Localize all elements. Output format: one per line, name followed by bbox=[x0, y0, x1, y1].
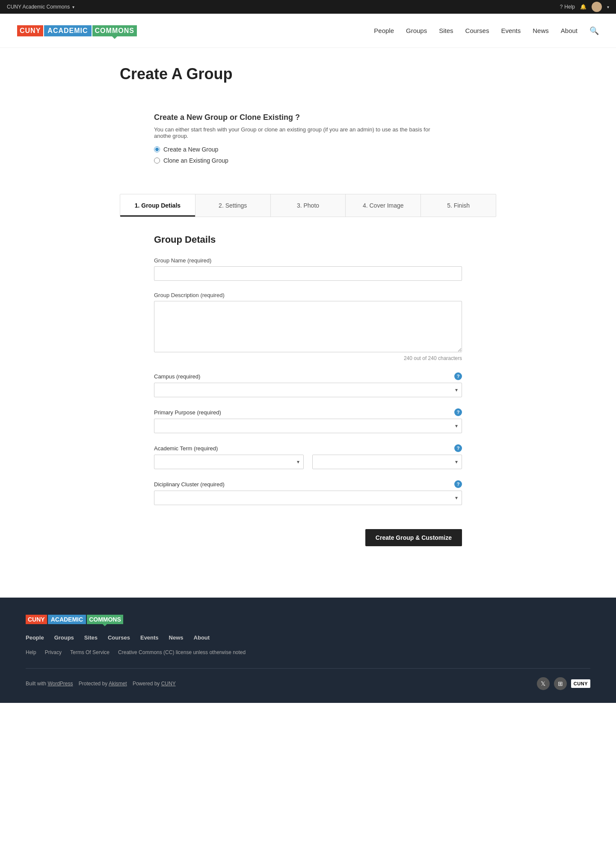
admin-bar: CUNY Academic Commons ▾ ? Help 🔔 ▾ bbox=[0, 0, 616, 14]
create-new-radio[interactable] bbox=[154, 146, 160, 152]
form-section: Group Details Group Name (required) Grou… bbox=[120, 234, 496, 505]
academic-term-semester-wrapper: ▾ bbox=[154, 455, 304, 469]
group-description-textarea[interactable] bbox=[154, 301, 462, 352]
site-logo[interactable]: CUNY ACADEMIC COMMONS bbox=[17, 25, 137, 36]
clone-existing-option[interactable]: Clone an Existing Group bbox=[154, 157, 496, 164]
nav-courses[interactable]: Courses bbox=[465, 27, 489, 34]
footer-logo-commons: COMMONS bbox=[87, 615, 123, 624]
logo-container[interactable]: CUNY ACADEMIC COMMONS bbox=[17, 25, 137, 36]
group-description-label: Group Description (required) bbox=[154, 292, 225, 298]
page-content: Create A Group Create a New Group or Clo… bbox=[111, 48, 505, 572]
cuny-link[interactable]: CUNY bbox=[161, 681, 176, 687]
akismet-link[interactable]: Akismet bbox=[109, 681, 127, 687]
create-new-label: Create a New Group bbox=[163, 146, 218, 153]
footer-nav-groups[interactable]: Groups bbox=[54, 634, 74, 641]
academic-term-label: Academic Term (required) bbox=[154, 445, 218, 452]
nav-news[interactable]: News bbox=[533, 27, 549, 34]
footer-nav-people[interactable]: People bbox=[26, 634, 44, 641]
tab-finish[interactable]: 5. Finish bbox=[421, 194, 496, 217]
wordpress-link[interactable]: WordPress bbox=[47, 681, 73, 687]
disciplinary-cluster-select[interactable] bbox=[154, 491, 462, 505]
campus-label: Campus (required) bbox=[154, 373, 200, 380]
clone-section-description: You can either start fresh with your Gro… bbox=[154, 126, 432, 139]
admin-chevron: ▾ bbox=[72, 5, 74, 9]
create-group-button[interactable]: Create Group & Customize bbox=[365, 529, 462, 546]
cuny-badge: CUNY bbox=[571, 679, 590, 688]
footer-bottom-text: Built with WordPress Protected by Akisme… bbox=[26, 681, 176, 687]
academic-term-help-icon[interactable]: ? bbox=[454, 444, 462, 452]
admin-bar-left: CUNY Academic Commons ▾ bbox=[7, 4, 74, 10]
tab-cover-image[interactable]: 4. Cover Image bbox=[346, 194, 421, 217]
footer-nav-sites[interactable]: Sites bbox=[84, 634, 98, 641]
twitter-icon[interactable]: 𝕏 bbox=[537, 677, 550, 690]
nav-sites[interactable]: Sites bbox=[439, 27, 453, 34]
clone-section-title: Create a New Group or Clone Existing ? bbox=[154, 113, 496, 122]
footer-nav-about[interactable]: About bbox=[194, 634, 210, 641]
disciplinary-cluster-select-wrapper: ▾ bbox=[154, 491, 462, 505]
academic-term-year-select[interactable] bbox=[312, 455, 462, 469]
primary-purpose-label: Primary Purpose (required) bbox=[154, 409, 221, 416]
logo-academic: ACADEMIC bbox=[44, 25, 91, 36]
footer-logo-cuny: CUNY bbox=[26, 615, 47, 624]
help-link[interactable]: ? Help bbox=[560, 4, 575, 10]
campus-select[interactable] bbox=[154, 383, 462, 397]
rss-icon[interactable]: ⊞ bbox=[554, 677, 567, 690]
footer-cc-link[interactable]: Creative Commons (CC) license unless oth… bbox=[118, 649, 246, 655]
question-icon: ? bbox=[560, 4, 563, 10]
site-footer: CUNY ACADEMIC COMMONS People Groups Site… bbox=[0, 598, 616, 703]
disciplinary-cluster-help-icon[interactable]: ? bbox=[454, 480, 462, 488]
tab-settings[interactable]: 2. Settings bbox=[195, 194, 271, 217]
footer-social: 𝕏 ⊞ CUNY bbox=[537, 677, 590, 690]
notification-icon[interactable]: 🔔 bbox=[580, 4, 586, 10]
protected-by-text: Protected by bbox=[79, 681, 107, 687]
footer-legal: Help Privacy Terms Of Service Creative C… bbox=[26, 649, 590, 655]
academic-term-row: ▾ ▾ bbox=[154, 455, 462, 469]
group-name-group: Group Name (required) bbox=[154, 257, 462, 281]
footer-nav: People Groups Sites Courses Events News … bbox=[26, 634, 590, 641]
footer-nav-news[interactable]: News bbox=[169, 634, 184, 641]
primary-purpose-select-wrapper: ▾ bbox=[154, 419, 462, 433]
footer-logo[interactable]: CUNY ACADEMIC COMMONS bbox=[26, 615, 590, 624]
form-section-title: Group Details bbox=[154, 234, 462, 245]
admin-site-name[interactable]: CUNY Academic Commons bbox=[7, 4, 70, 10]
academic-term-year-wrapper: ▾ bbox=[312, 455, 462, 469]
avatar[interactable] bbox=[592, 2, 602, 12]
nav-people[interactable]: People bbox=[374, 27, 394, 34]
campus-help-icon[interactable]: ? bbox=[454, 372, 462, 380]
tab-photo[interactable]: 3. Photo bbox=[271, 194, 346, 217]
primary-purpose-group: Primary Purpose (required) ? ▾ bbox=[154, 408, 462, 433]
footer-help-link[interactable]: Help bbox=[26, 649, 36, 655]
clone-existing-radio[interactable] bbox=[154, 158, 160, 164]
nav-events[interactable]: Events bbox=[501, 27, 521, 34]
academic-term-semester-select[interactable] bbox=[154, 455, 304, 469]
footer-privacy-link[interactable]: Privacy bbox=[45, 649, 62, 655]
search-icon[interactable]: 🔍 bbox=[589, 26, 599, 36]
campus-select-wrapper: ▾ bbox=[154, 383, 462, 397]
footer-nav-events[interactable]: Events bbox=[140, 634, 159, 641]
footer-nav-courses[interactable]: Courses bbox=[108, 634, 130, 641]
nav-about[interactable]: About bbox=[561, 27, 578, 34]
nav-groups[interactable]: Groups bbox=[406, 27, 427, 34]
logo-cuny: CUNY bbox=[17, 25, 43, 36]
tab-group-details[interactable]: 1. Group Detials bbox=[120, 194, 195, 217]
footer-logo-academic: ACADEMIC bbox=[48, 615, 86, 624]
footer-tos-link[interactable]: Terms Of Service bbox=[70, 649, 110, 655]
help-label: Help bbox=[564, 4, 575, 10]
powered-by-text: Powered by bbox=[133, 681, 160, 687]
page-title: Create A Group bbox=[120, 65, 496, 83]
footer-bottom: Built with WordPress Protected by Akisme… bbox=[26, 668, 590, 690]
clone-section: Create a New Group or Clone Existing ? Y… bbox=[120, 100, 496, 181]
primary-purpose-select[interactable] bbox=[154, 419, 462, 433]
create-new-option[interactable]: Create a New Group bbox=[154, 146, 496, 153]
char-count: 240 out of 240 characters bbox=[154, 355, 462, 361]
logo-commons: COMMONS bbox=[92, 25, 137, 36]
avatar-chevron: ▾ bbox=[607, 5, 609, 9]
primary-purpose-help-icon[interactable]: ? bbox=[454, 408, 462, 416]
admin-bar-right: ? Help 🔔 ▾ bbox=[560, 2, 609, 12]
group-name-input[interactable] bbox=[154, 266, 462, 281]
nav-links: People Groups Sites Courses Events News … bbox=[374, 26, 599, 36]
submit-row: Create Group & Customize bbox=[120, 516, 496, 546]
clone-existing-label: Clone an Existing Group bbox=[163, 157, 228, 164]
campus-group: Campus (required) ? ▾ bbox=[154, 372, 462, 397]
group-name-label: Group Name (required) bbox=[154, 257, 211, 264]
